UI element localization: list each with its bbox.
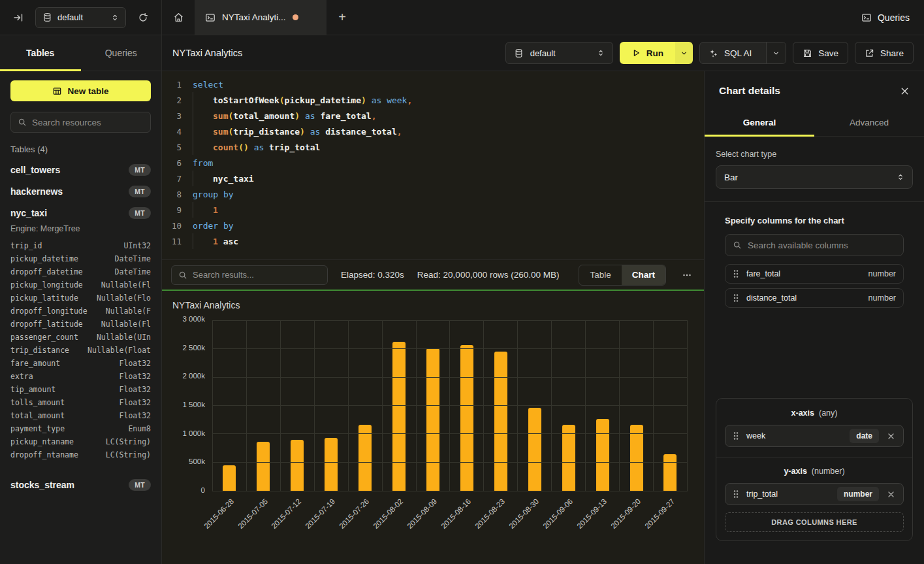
column-name: extra	[10, 370, 33, 383]
table-list-item[interactable]: cell_towersMT	[10, 164, 151, 176]
sql-editor[interactable]: 1select2toStartOfWeek(pickup_datetime) a…	[162, 71, 704, 259]
collapse-sidebar-icon[interactable]	[9, 8, 27, 27]
elapsed-stat: Elapsed: 0.320s	[341, 270, 404, 280]
x-axis-column-chip[interactable]: weekdate	[725, 425, 904, 447]
more-options-icon[interactable]	[679, 270, 695, 280]
bar[interactable]	[325, 438, 338, 491]
share-button[interactable]: Share	[855, 42, 914, 64]
tab-nytaxi-analytics[interactable]: NYTaxi Analyti...	[195, 0, 327, 35]
chart-type-select[interactable]: Bar	[716, 165, 913, 189]
table-list-item[interactable]: nyc_taxiMT	[10, 207, 151, 219]
sql-ai-button[interactable]: SQL AI	[699, 42, 786, 64]
line-number: 7	[162, 174, 182, 184]
available-column-item[interactable]: distance_totalnumber	[725, 288, 904, 308]
code-token: ,	[407, 95, 412, 105]
home-icon[interactable]	[162, 0, 195, 35]
chart-area: NYTaxi Analytics 0500k1 000k1 500k2 000k…	[162, 291, 704, 564]
queries-button[interactable]: Queries	[847, 0, 924, 35]
code-token: (	[238, 142, 244, 152]
bar[interactable]	[596, 419, 609, 491]
results-search-input[interactable]	[193, 270, 321, 280]
axis-column-type-badge: date	[850, 429, 879, 443]
columns-search-input[interactable]	[748, 241, 896, 250]
run-button[interactable]: Run	[620, 42, 693, 64]
bar[interactable]	[291, 440, 304, 491]
panel-tab-advanced[interactable]: Advanced	[814, 109, 924, 136]
run-options-chevron[interactable]	[675, 42, 693, 64]
code-token: nyc_taxi	[213, 174, 254, 184]
sidebar-tab-queries[interactable]: Queries	[81, 35, 162, 71]
panel-tabs: General Advanced	[705, 109, 924, 137]
sql-ai-label: SQL AI	[724, 48, 752, 58]
editor-line: 4sum(trip_distance) as distance_total,	[162, 124, 704, 139]
drag-handle-icon[interactable]	[733, 431, 739, 440]
bar[interactable]	[358, 425, 372, 491]
editor-line: 6from	[162, 155, 704, 171]
table-list-item[interactable]: hackernewsMT	[10, 186, 151, 197]
remove-column-icon[interactable]	[886, 489, 896, 499]
column-name: tip_amount	[10, 383, 56, 396]
bar[interactable]	[528, 408, 541, 491]
column-type: Float32	[119, 383, 151, 396]
code-token	[305, 127, 310, 137]
close-icon[interactable]	[900, 86, 910, 96]
remove-column-icon[interactable]	[886, 431, 896, 441]
available-column-item[interactable]: fare_totalnumber	[725, 264, 904, 284]
code-token: pickup_datetime	[285, 95, 361, 105]
column-name: dropoff_ntaname	[10, 448, 78, 461]
bar[interactable]	[426, 348, 439, 491]
bar[interactable]	[223, 465, 236, 491]
resource-search[interactable]	[10, 112, 151, 133]
new-table-label: New table	[67, 86, 108, 96]
gridline	[213, 348, 687, 349]
x-axis-tick-label: 2015-07-26	[338, 497, 371, 530]
panel-tab-general[interactable]: General	[705, 109, 814, 136]
drag-handle-icon[interactable]	[733, 293, 739, 303]
sidebar-tab-tables[interactable]: Tables	[0, 35, 81, 71]
code-token: ,	[372, 111, 377, 121]
indent-guide	[193, 233, 213, 249]
code-token: sum	[213, 111, 228, 121]
new-table-button[interactable]: New table	[10, 80, 151, 101]
tables-section-label: Tables (4)	[10, 144, 151, 154]
new-tab-button[interactable]: +	[327, 0, 358, 35]
sql-ai-chevron[interactable]	[766, 42, 786, 63]
database-selector[interactable]: default	[35, 7, 126, 28]
results-search[interactable]	[171, 265, 328, 285]
column-type: Nullable(UIn	[97, 331, 151, 344]
chart-view-toggle[interactable]: Chart	[622, 265, 665, 285]
code-text: count() as trip_total	[193, 139, 320, 155]
bar[interactable]	[630, 425, 643, 491]
chart-title: NYTaxi Analytics	[172, 300, 240, 310]
bar-chart-plot: 2015-06-282015-07-052015-07-122015-07-19…	[212, 320, 688, 491]
code-text: sum(total_amount) as fare_total,	[193, 108, 376, 124]
bar[interactable]	[392, 342, 406, 491]
table-view-toggle[interactable]: Table	[579, 265, 621, 285]
save-button[interactable]: Save	[793, 42, 848, 64]
x-axis-tick-label: 2015-07-12	[270, 497, 303, 530]
drag-columns-dropzone[interactable]: DRAG COLUMNS HERE	[725, 512, 904, 532]
code-text: 1 asc	[193, 233, 238, 249]
bar[interactable]	[663, 454, 677, 491]
resource-search-input[interactable]	[32, 118, 144, 127]
table-list-item[interactable]: stocks_streamMT	[10, 479, 151, 491]
save-label: Save	[818, 48, 838, 58]
sidebar-tabs: Tables Queries	[0, 35, 161, 71]
refresh-icon[interactable]	[134, 8, 152, 27]
toolbar-database-value: default	[530, 48, 590, 58]
column-type: LC(String)	[106, 435, 151, 448]
bar[interactable]	[460, 345, 473, 491]
toolbar-database-selector[interactable]: default	[505, 42, 613, 64]
code-token: 1	[213, 237, 218, 246]
query-title: NYTaxi Analytics	[172, 48, 242, 58]
work-area: 1select2toStartOfWeek(pickup_datetime) a…	[162, 71, 704, 564]
bar[interactable]	[257, 442, 270, 491]
drag-handle-icon[interactable]	[733, 269, 739, 278]
drag-handle-icon[interactable]	[733, 489, 739, 499]
y-axis-tick-label: 1 500k	[166, 401, 205, 408]
y-axis-column-chip[interactable]: trip_totalnumber	[725, 483, 904, 505]
columns-search[interactable]	[725, 234, 904, 256]
bar-chart-columns: 2015-06-282015-07-052015-07-122015-07-19…	[213, 321, 687, 491]
bar[interactable]	[562, 425, 575, 491]
bar[interactable]	[494, 352, 507, 491]
